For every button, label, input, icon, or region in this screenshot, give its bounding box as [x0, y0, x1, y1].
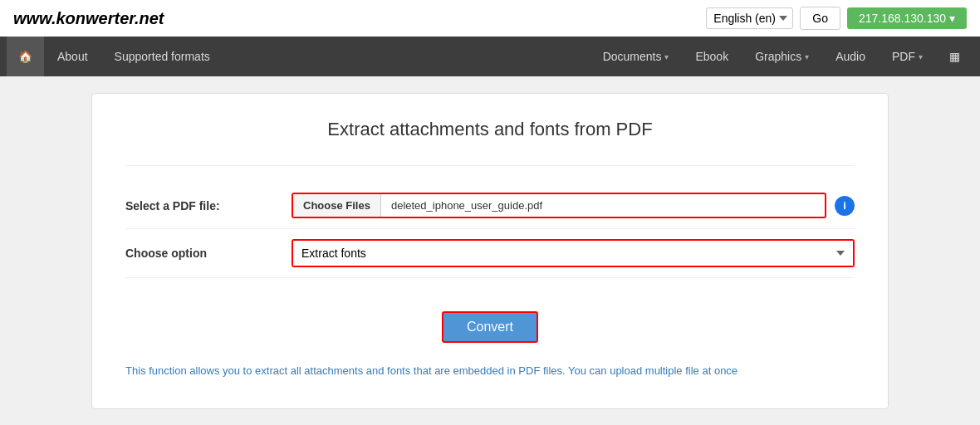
nav-audio[interactable]: Audio — [822, 37, 879, 76]
select-wrapper: Extract fonts Extract attachments — [292, 239, 855, 267]
nav-supported-formats[interactable]: Supported formats — [101, 37, 223, 76]
option-control-area: Extract fonts Extract attachments — [292, 239, 855, 267]
page-title: Extract attachments and fonts from PDF — [125, 119, 855, 140]
description-text: This function allows you to extract all … — [125, 359, 855, 383]
navbar: 🏠 About Supported formats Documents ▾ Eb… — [0, 37, 980, 76]
nav-ebook[interactable]: Ebook — [682, 37, 742, 76]
file-control-area: Choose Files deleted_iphone_user_guide.p… — [292, 193, 855, 218]
language-select[interactable]: English (en) — [706, 7, 793, 29]
info-icon[interactable]: i — [835, 196, 855, 216]
go-button[interactable]: Go — [800, 7, 840, 30]
nav-documents[interactable]: Documents ▾ — [590, 37, 683, 76]
navbar-left: 🏠 About Supported formats — [7, 37, 223, 76]
choose-files-button[interactable]: Choose Files — [293, 194, 381, 217]
graphics-chevron: ▾ — [805, 52, 809, 61]
file-row: Select a PDF file: Choose Files deleted_… — [125, 183, 855, 229]
documents-chevron: ▾ — [664, 52, 669, 61]
ip-button[interactable]: 217.168.130.130 ▾ — [847, 7, 967, 29]
navbar-right: Documents ▾ Ebook Graphics ▾ Audio PDF ▾… — [590, 37, 973, 76]
file-name-display: deleted_iphone_user_guide.pdf — [381, 194, 552, 217]
top-bar-right: English (en) Go 217.168.130.130 ▾ — [706, 7, 967, 30]
nav-about[interactable]: About — [44, 37, 101, 76]
nav-home[interactable]: 🏠 — [7, 37, 44, 76]
nav-pdf[interactable]: PDF ▾ — [879, 37, 936, 76]
pdf-chevron: ▾ — [919, 52, 923, 61]
option-select[interactable]: Extract fonts Extract attachments — [293, 241, 853, 266]
option-row: Choose option Extract fonts Extract atta… — [125, 229, 855, 278]
file-label: Select a PDF file: — [125, 199, 292, 212]
option-label: Choose option — [125, 247, 292, 260]
convert-section: Convert — [125, 295, 855, 359]
form-section: Select a PDF file: Choose Files deleted_… — [125, 165, 855, 295]
content-card: Extract attachments and fonts from PDF S… — [91, 93, 889, 409]
main-area: Extract attachments and fonts from PDF S… — [0, 76, 980, 425]
nav-grid-menu[interactable]: ▦ — [936, 37, 973, 76]
top-bar: www.konwerter.net English (en) Go 217.16… — [0, 0, 980, 37]
file-input-wrapper: Choose Files deleted_iphone_user_guide.p… — [292, 193, 826, 218]
grid-icon: ▦ — [949, 50, 960, 63]
convert-button[interactable]: Convert — [442, 311, 538, 343]
nav-graphics[interactable]: Graphics ▾ — [742, 37, 822, 76]
site-title: www.konwerter.net — [13, 9, 164, 28]
home-icon: 🏠 — [18, 50, 32, 63]
